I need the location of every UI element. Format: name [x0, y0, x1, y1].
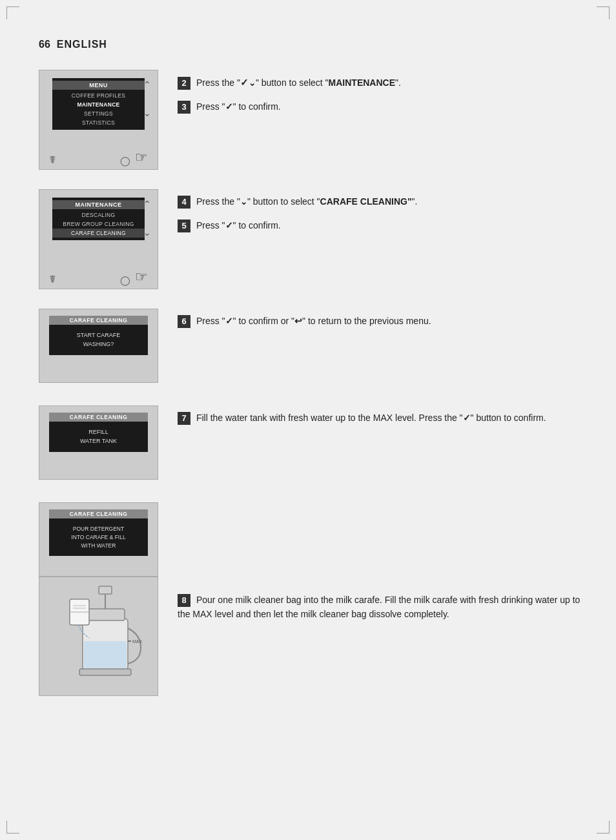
spacer-4: [39, 489, 590, 502]
step-8-number: 8: [178, 594, 190, 607]
scroll-up-arrow: ⌃: [143, 80, 151, 89]
instruction-row-4: CARAFE CLEANING REFILLWATER TANK 7 Fill …: [39, 405, 590, 483]
step-6: 6 Press "✓" to confirm or "↩" to return …: [178, 314, 590, 328]
page-title: ENGLISH: [57, 39, 107, 50]
step-5: 5 Press "✓" to confirm.: [178, 218, 590, 232]
menu-item-maintenance: MAINTENANCE: [52, 100, 145, 109]
hand-icon-2: ☞: [135, 269, 148, 285]
brew-group-item: BREW GROUP CLEANING: [52, 220, 145, 229]
power-icon-2: ◯: [120, 275, 130, 285]
carafe-wash-title: CARAFE CLEANING: [49, 316, 148, 325]
menu-item-coffee: COFFEE PROFILES: [52, 91, 145, 100]
spacer-3: [39, 393, 590, 405]
menu-item-settings: SETTINGS: [52, 109, 145, 118]
carafe-wash-screen: CARAFE CLEANING START CARAFEWASHING?: [49, 316, 148, 355]
carafe-detergent-body: POUR DETERGENTINTO CARAFE & FILLWITH WAT…: [49, 518, 148, 556]
menu-screen-panel: MENU COFFEE PROFILES MAINTENANCE SETTING…: [39, 70, 158, 170]
chevron-symbol-4: ⌄: [240, 197, 247, 207]
content-area: MENU COFFEE PROFILES MAINTENANCE SETTING…: [39, 70, 590, 702]
svg-rect-7: [79, 669, 131, 675]
check-symbol-6: ✓: [225, 316, 233, 326]
power-icon: ◯: [120, 156, 130, 166]
svg-rect-11: [99, 586, 112, 594]
carafe-refill-screen: CARAFE CLEANING REFILLWATER TANK: [49, 413, 148, 452]
scroll-down-arrow-2: ⌄: [143, 228, 151, 237]
carafe-refill-body: REFILLWATER TANK: [49, 422, 148, 452]
steps-4-5-text: 4 Press the "⌄" button to select "CARAFE…: [178, 189, 590, 232]
svg-text:MAX: MAX: [132, 639, 143, 644]
carafe-cleaning-item: CARAFE CLEANING: [52, 229, 145, 238]
step-8-text: 8 Pour one milk cleaner bag into the mil…: [178, 502, 590, 622]
hand-icon: ☞: [135, 149, 148, 166]
maintenance-screen: MAINTENANCE DESCALING BREW GROUP CLEANIN…: [52, 198, 145, 240]
carafe-refill-panel: CARAFE CLEANING REFILLWATER TANK: [39, 405, 158, 480]
scroll-arrows: ⌃ ⌄: [143, 80, 151, 118]
descaling-item: DESCALING: [52, 210, 145, 220]
step-4-number: 4: [178, 196, 190, 209]
carafe-detergent-screen: CARAFE CLEANING POUR DETERGENTINTO CARAF…: [49, 509, 148, 556]
check-symbol-3: ✓: [225, 101, 233, 112]
steam-icon: ☤: [49, 154, 56, 166]
steps-2-3-text: 2 Press the "✓⌄" button to select "MAINT…: [178, 70, 590, 114]
check-symbol-7: ✓: [463, 413, 471, 423]
chevron-symbol-2: ⌄: [249, 78, 256, 88]
instruction-row-3: CARAFE CLEANING START CARAFEWASHING? 6 P…: [39, 309, 590, 386]
scroll-up-arrow-2: ⌃: [143, 200, 151, 209]
scroll-arrows-2: ⌃ ⌄: [143, 200, 151, 237]
instruction-row-1: MENU COFFEE PROFILES MAINTENANCE SETTING…: [39, 70, 590, 170]
step-3: 3 Press "✓" to confirm.: [178, 99, 590, 114]
check-symbol-5: ✓: [225, 220, 233, 230]
steam-icon-2: ☤: [49, 273, 56, 285]
page-number: 66: [39, 39, 50, 50]
maintenance-label: MAINTENANCE: [329, 77, 395, 88]
step-2-number: 2: [178, 77, 190, 90]
menu-title: MENU: [52, 81, 145, 90]
carafe-illustration: MAX: [47, 580, 150, 693]
down-arrow-2: ✓: [240, 77, 249, 88]
spacer-2: [39, 296, 590, 309]
scroll-down-arrow: ⌄: [143, 108, 151, 118]
svg-rect-1: [86, 609, 125, 620]
menu-item-statistics: STATISTICS: [52, 118, 145, 127]
instruction-row-5: CARAFE CLEANING POUR DETERGENTINTO CARAF…: [39, 502, 590, 696]
step-7-number: 7: [178, 412, 190, 425]
carafe-detergent-panel: CARAFE CLEANING POUR DETERGENTINTO CARAF…: [39, 502, 158, 577]
step-6-text: 6 Press "✓" to confirm or "↩" to return …: [178, 309, 590, 328]
menu-screen: MENU COFFEE PROFILES MAINTENANCE SETTING…: [52, 78, 145, 130]
step-6-number: 6: [178, 315, 190, 328]
left-column: CARAFE CLEANING POUR DETERGENTINTO CARAF…: [39, 502, 158, 696]
maintenance-screen-title: MAINTENANCE: [52, 200, 145, 209]
step-4: 4 Press the "⌄" button to select "CARAFE…: [178, 194, 590, 209]
maintenance-screen-panel: MAINTENANCE DESCALING BREW GROUP CLEANIN…: [39, 189, 158, 289]
svg-rect-2: [84, 641, 127, 670]
instruction-row-2: MAINTENANCE DESCALING BREW GROUP CLEANIN…: [39, 189, 590, 289]
step-2: 2 Press the "✓⌄" button to select "MAINT…: [178, 75, 590, 90]
carafe-wash-body: START CARAFEWASHING?: [49, 325, 148, 355]
carafe-detergent-title: CARAFE CLEANING: [49, 509, 148, 518]
step-7: 7 Fill the water tank with fresh water u…: [178, 411, 590, 425]
page-content: 66 ENGLISH MENU COFFEE PROFILES MAINTENA…: [0, 0, 616, 840]
carafe-wash-panel: CARAFE CLEANING START CARAFEWASHING?: [39, 309, 158, 383]
carafe-refill-title: CARAFE CLEANING: [49, 413, 148, 422]
step-3-number: 3: [178, 101, 190, 114]
spacer-1: [39, 176, 590, 189]
carafe-cleaning-label: CARAFE CLEANING": [320, 196, 412, 207]
back-symbol-6: ↩: [294, 316, 302, 326]
step-8: 8 Pour one milk cleaner bag into the mil…: [178, 593, 590, 622]
carafe-image: MAX: [39, 577, 158, 696]
step-5-number: 5: [178, 220, 190, 232]
step-7-text: 7 Fill the water tank with fresh water u…: [178, 405, 590, 425]
